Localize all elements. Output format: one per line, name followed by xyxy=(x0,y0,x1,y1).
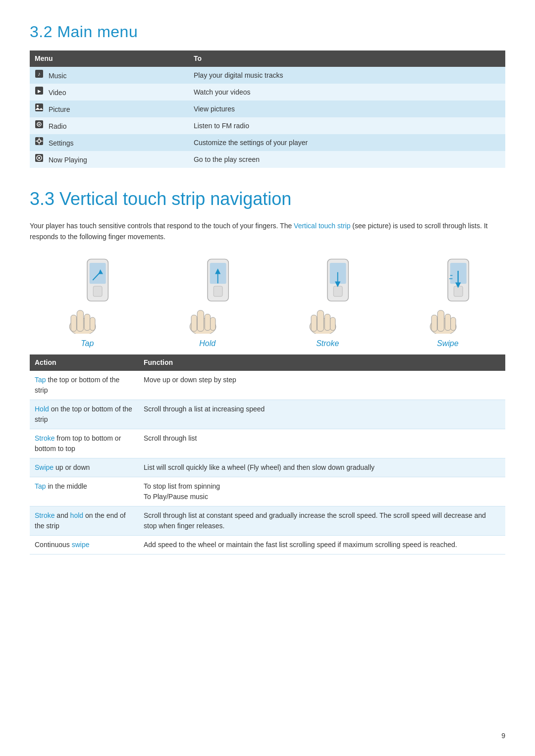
svg-rect-20 xyxy=(77,310,84,331)
menu-description: Customize the settings of your player xyxy=(189,134,505,151)
tap-device-svg xyxy=(57,254,117,334)
menu-description: Play your digital music tracks xyxy=(189,67,505,84)
function-cell-continuous-swipe: Add speed to the wheel or maintain the f… xyxy=(139,535,505,554)
table-row: Stroke and hold on the end of the strip … xyxy=(30,506,505,535)
svg-rect-31 xyxy=(191,315,197,331)
table-row: Stroke from top to bottom or bottom to t… xyxy=(30,429,505,458)
action-cyan-stroke2: Stroke xyxy=(35,511,54,519)
action-cell-continuous-swipe: Continuous swipe xyxy=(30,535,139,554)
menu-icon-picture xyxy=(35,103,44,112)
action-cyan-tap-mid: Tap xyxy=(35,482,46,490)
svg-rect-36 xyxy=(214,286,222,297)
menu-item-cell: ♪ Music xyxy=(30,67,189,84)
svg-rect-26 xyxy=(93,286,102,297)
action-cyan-tap: Tap xyxy=(35,376,46,384)
function-cell-hold: Scroll through a list at increasing spee… xyxy=(139,400,505,429)
menu-table-row: Radio Listen to FM radio xyxy=(30,117,505,134)
menu-icon-music: ♪ xyxy=(35,69,44,78)
tap-gesture-item: Tap xyxy=(30,254,145,350)
svg-rect-25 xyxy=(90,263,106,284)
action-cell-tap-middle: Tap in the middle xyxy=(30,477,139,506)
svg-rect-40 xyxy=(318,310,324,331)
menu-icon-video: ▶ xyxy=(35,86,44,95)
main-menu-table: Menu To ♪ Music Play your digital music … xyxy=(30,50,505,168)
menu-description: Watch your videos xyxy=(189,84,505,101)
svg-rect-50 xyxy=(437,310,444,331)
menu-description: Listen to FM radio xyxy=(189,117,505,134)
menu-label: Video xyxy=(49,89,66,97)
menu-col-header: Menu xyxy=(30,50,189,67)
stroke-device-svg xyxy=(298,254,357,334)
action-cyan-cont-swipe: swipe xyxy=(72,541,90,549)
table-row: Tap the top or bottom of the strip Move … xyxy=(30,371,505,400)
action-col-header: Action xyxy=(30,354,139,371)
svg-point-18 xyxy=(38,157,40,159)
menu-item-cell: Radio xyxy=(30,117,189,134)
svg-rect-56 xyxy=(454,286,463,297)
svg-rect-4 xyxy=(35,103,43,111)
table-row: Swipe up or down List will scroll quickl… xyxy=(30,458,505,477)
intro-text-start: Your player has touch sensitive controls… xyxy=(30,222,294,230)
menu-table-row: Picture View pictures xyxy=(30,101,505,117)
swipe-label: Swipe xyxy=(437,338,459,350)
action-cell-swipe: Swipe up or down xyxy=(30,458,139,477)
svg-text:♪: ♪ xyxy=(38,71,41,77)
menu-item-cell: Now Playing xyxy=(30,151,189,168)
page-number: 9 xyxy=(501,731,505,741)
svg-rect-46 xyxy=(333,286,342,297)
function-col-header: Function xyxy=(139,354,505,371)
menu-label: Music xyxy=(49,72,67,80)
svg-point-5 xyxy=(37,105,39,107)
svg-rect-33 xyxy=(210,317,215,330)
hold-label: Hold xyxy=(199,338,215,350)
menu-table-row: ♪ Music Play your digital music tracks xyxy=(30,67,505,84)
hold-gesture-item: Hold xyxy=(150,254,266,350)
stroke-label: Stroke xyxy=(316,338,339,350)
svg-rect-23 xyxy=(90,317,95,330)
action-cell-tap-top: Tap the top or bottom of the strip xyxy=(30,371,139,400)
table-row: Continuous swipe Add speed to the wheel … xyxy=(30,535,505,554)
swipe-gesture-item: Swipe xyxy=(390,254,506,350)
action-cyan-hold2: hold xyxy=(70,511,83,519)
gesture-images-row: Tap Hold xyxy=(30,254,505,350)
svg-rect-22 xyxy=(85,314,90,330)
svg-rect-53 xyxy=(450,317,455,330)
function-cell-tap-middle: To stop list from spinningTo Play/Pause … xyxy=(139,477,505,506)
menu-label: Picture xyxy=(49,105,70,113)
menu-icon-settings xyxy=(35,137,44,146)
function-cell-stroke-hold: Scroll through list at constant speed an… xyxy=(139,506,505,535)
svg-rect-41 xyxy=(311,315,317,331)
vertical-touch-strip-link[interactable]: Vertical touch strip xyxy=(294,222,350,230)
menu-icon-radio xyxy=(35,120,44,129)
menu-table-row: Now Playing Go to the play screen xyxy=(30,151,505,168)
tap-label: Tap xyxy=(81,338,94,350)
swipe-device-svg xyxy=(418,254,478,334)
svg-rect-52 xyxy=(445,314,450,330)
action-cyan-stroke: Stroke xyxy=(35,434,54,442)
menu-description: View pictures xyxy=(189,101,505,117)
svg-rect-30 xyxy=(197,310,204,331)
action-cell-stroke-hold: Stroke and hold on the end of the strip xyxy=(30,506,139,535)
svg-rect-21 xyxy=(71,315,76,331)
action-cell-stroke: Stroke from top to bottom or bottom to t… xyxy=(30,429,139,458)
table-row: Hold on the top or bottom of the strip S… xyxy=(30,400,505,429)
menu-item-cell: Picture xyxy=(30,101,189,117)
stroke-gesture-item: Stroke xyxy=(270,254,385,350)
action-cell-hold: Hold on the top or bottom of the strip xyxy=(30,400,139,429)
menu-label: Settings xyxy=(49,139,74,147)
menu-table-row: Settings Customize the settings of your … xyxy=(30,134,505,151)
action-cyan-swipe: Swipe xyxy=(35,463,54,471)
menu-table-row: ▶ Video Watch your videos xyxy=(30,84,505,101)
svg-rect-42 xyxy=(325,314,330,330)
section-33-title: 3.3 Vertical touch strip navigation xyxy=(30,186,505,212)
menu-label: Radio xyxy=(49,122,67,130)
menu-item-cell: Settings xyxy=(30,134,189,151)
function-cell-swipe: List will scroll quickly like a wheel (F… xyxy=(139,458,505,477)
menu-description: Go to the play screen xyxy=(189,151,505,168)
function-cell-stroke: Scroll through list xyxy=(139,429,505,458)
table-row: Tap in the middle To stop list from spin… xyxy=(30,477,505,506)
svg-rect-43 xyxy=(330,317,335,330)
section-32-title: 3.2 Main menu xyxy=(30,20,505,44)
svg-rect-32 xyxy=(205,314,210,330)
to-col-header: To xyxy=(189,50,505,67)
